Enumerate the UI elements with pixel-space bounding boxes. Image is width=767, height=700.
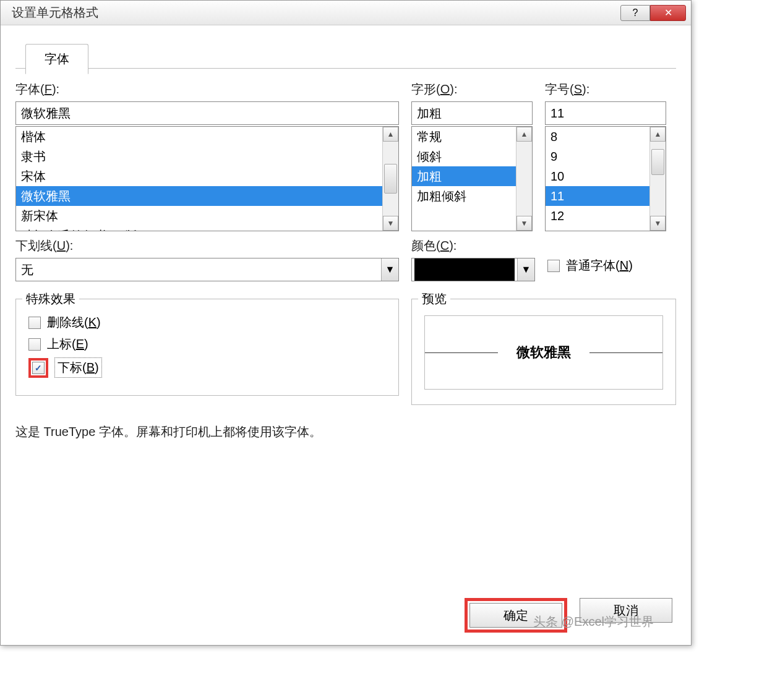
scroll-down-icon[interactable]: ▼ (650, 216, 666, 231)
color-dropdown[interactable]: ▼ (411, 258, 535, 281)
scroll-thumb[interactable] (384, 164, 397, 194)
strikethrough-checkbox[interactable] (28, 317, 41, 329)
list-item[interactable]: 叶根友毛笔行书2.0版 (16, 226, 382, 231)
cancel-button[interactable]: 取消 (580, 598, 672, 623)
strikethrough-label: 删除线(K) (47, 314, 101, 331)
scroll-thumb[interactable] (651, 149, 664, 175)
normal-font-label: 普通字体(N) (566, 257, 633, 274)
format-cells-dialog: 设置单元格格式 ? ✕ 字体 字体(F): 楷体 隶书 宋体 微软雅黑 新宋 (0, 0, 692, 646)
color-label: 颜色(C): (411, 237, 535, 254)
size-label: 字号(S): (545, 81, 666, 98)
list-item[interactable]: 常规 (412, 127, 516, 147)
tabs-row: 字体 (15, 38, 676, 69)
preview-sample: 微软雅黑 (498, 343, 589, 362)
tab-font[interactable]: 字体 (25, 44, 88, 74)
preview-legend: 预览 (418, 291, 450, 307)
list-item[interactable]: 宋体 (16, 166, 382, 186)
list-item[interactable]: 12 (546, 206, 649, 226)
style-label: 字形(O): (411, 81, 533, 98)
highlight-marker (28, 358, 48, 378)
font-input[interactable] (15, 101, 399, 125)
list-item[interactable]: 加粗倾斜 (412, 186, 516, 206)
list-item[interactable]: 隶书 (16, 147, 382, 166)
close-button[interactable]: ✕ (650, 5, 686, 21)
preview-line (589, 352, 662, 353)
list-item[interactable]: 8 (546, 127, 649, 147)
effects-fieldset: 特殊效果 删除线(K) 上标(E) 下标(B) (15, 299, 399, 396)
underline-dropdown[interactable]: 无 ▼ (15, 258, 399, 281)
superscript-checkbox[interactable] (28, 338, 41, 351)
scroll-up-icon[interactable]: ▲ (516, 127, 532, 142)
preview-fieldset: 预览 微软雅黑 (411, 299, 676, 405)
chevron-down-icon[interactable]: ▼ (517, 258, 534, 281)
preview-line (425, 352, 498, 353)
list-item[interactable]: 楷体 (16, 127, 382, 147)
help-icon: ? (633, 7, 638, 19)
preview-box: 微软雅黑 (424, 315, 663, 390)
size-listbox[interactable]: 8 9 10 11 12 14 ▲ ▼ (545, 126, 666, 231)
list-item[interactable]: 9 (546, 147, 649, 166)
underline-value: 无 (16, 262, 381, 278)
style-listbox[interactable]: 常规 倾斜 加粗 加粗倾斜 ▲ ▼ (411, 126, 533, 231)
subscript-checkbox[interactable] (32, 362, 45, 374)
list-item[interactable]: 11 (546, 186, 649, 206)
highlight-marker: 确定 (465, 598, 567, 633)
effects-legend: 特殊效果 (22, 291, 79, 307)
subscript-label: 下标(B) (54, 357, 102, 378)
dialog-content: 字体 字体(F): 楷体 隶书 宋体 微软雅黑 新宋体 叶根友毛笔行书2.0版 (1, 25, 691, 645)
ok-button[interactable]: 确定 (469, 603, 562, 628)
style-input[interactable] (411, 101, 533, 125)
list-item[interactable]: 14 (546, 226, 649, 231)
color-swatch (414, 258, 515, 281)
info-text: 这是 TrueType 字体。屏幕和打印机上都将使用该字体。 (15, 424, 676, 440)
list-item[interactable]: 加粗 (412, 166, 516, 186)
scrollbar[interactable]: ▲ ▼ (649, 127, 666, 231)
scroll-up-icon[interactable]: ▲ (650, 127, 666, 142)
underline-label: 下划线(U): (15, 237, 399, 254)
list-item[interactable]: 倾斜 (412, 147, 516, 166)
list-item[interactable]: 10 (546, 166, 649, 186)
list-item[interactable]: 微软雅黑 (16, 186, 382, 206)
scrollbar[interactable]: ▲ ▼ (382, 127, 398, 231)
close-icon: ✕ (664, 7, 672, 19)
help-button[interactable]: ? (620, 5, 650, 21)
normal-font-checkbox[interactable] (547, 260, 560, 272)
scroll-up-icon[interactable]: ▲ (383, 127, 398, 142)
scroll-down-icon[interactable]: ▼ (383, 216, 398, 231)
font-label: 字体(F): (15, 81, 399, 98)
scrollbar[interactable]: ▲ ▼ (516, 127, 532, 231)
scroll-down-icon[interactable]: ▼ (516, 216, 532, 231)
list-item[interactable]: 新宋体 (16, 206, 382, 226)
titlebar: 设置单元格格式 ? ✕ (1, 1, 691, 25)
dialog-title: 设置单元格格式 (6, 4, 98, 21)
button-row: 确定 取消 (465, 598, 672, 633)
chevron-down-icon[interactable]: ▼ (381, 258, 398, 281)
font-listbox[interactable]: 楷体 隶书 宋体 微软雅黑 新宋体 叶根友毛笔行书2.0版 ▲ ▼ (15, 126, 399, 231)
superscript-label: 上标(E) (47, 336, 88, 352)
size-input[interactable] (545, 101, 666, 125)
